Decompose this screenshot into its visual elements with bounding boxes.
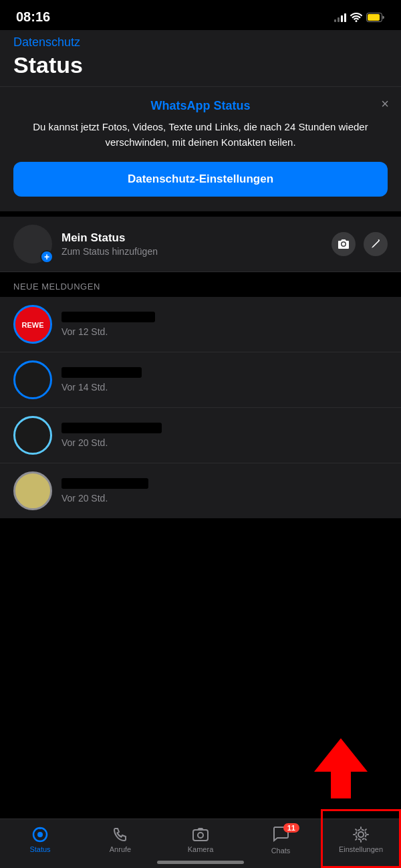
home-indicator [157,861,244,864]
tab-status-label: Status [29,845,50,853]
status-time-1: Vor 12 Std. [61,326,388,337]
svg-point-11 [356,830,366,840]
red-arrow-indicator [314,738,368,801]
mein-status-avatar-container: + [13,225,52,263]
banner-title: WhatsApp Status [13,99,388,113]
camera-tab-icon [192,826,209,843]
back-button[interactable]: Datenschutz [13,35,388,49]
tab-einstellungen[interactable]: Einstellungen [321,826,401,853]
privacy-settings-button[interactable]: Datenschutz-Einstellungen [13,162,388,197]
status-name-bar-2 [61,367,142,378]
status-time: 08:16 [16,9,50,25]
tab-einstellungen-label: Einstellungen [339,845,383,853]
mein-status-subtitle: Zum Status hinzufügen [61,246,322,257]
status-item[interactable]: Vor 20 Std. [0,463,401,518]
pencil-icon [370,239,381,249]
tab-chats[interactable]: 11 Chats [241,825,321,855]
whatsapp-status-banner: WhatsApp Status × Du kannst jetzt Fotos,… [0,87,401,211]
banner-body-text: Du kannst jetzt Fotos, Videos, Texte und… [13,120,388,150]
camera-button[interactable] [331,232,356,256]
status-time-3: Vor 20 Std. [61,437,388,448]
banner-close-button[interactable]: × [381,96,389,112]
neue-meldungen-header: NEUE MELDUNGEN [0,272,401,297]
status-time-4: Vor 20 Std. [61,493,388,504]
svg-point-7 [39,827,41,829]
tab-kamera-label: Kamera [188,845,214,853]
phone-icon [112,826,129,843]
svg-text:REWE: REWE [22,321,44,329]
signal-icon [334,13,346,22]
tab-chats-label: Chats [271,847,291,855]
status-avatar-3 [13,416,52,455]
svg-point-9 [198,833,203,838]
status-info-3: Vor 20 Std. [61,423,388,448]
status-time-2: Vor 14 Std. [61,382,388,393]
edit-button[interactable] [364,232,388,256]
mein-status-add-icon: + [40,250,53,263]
status-icons [334,13,385,22]
mein-status-row[interactable]: + Mein Status Zum Status hinzufügen [0,217,401,272]
camera-icon [338,239,350,249]
tab-anrufe-label: Anrufe [110,845,131,853]
status-tab-icon [31,826,49,843]
status-name-bar-1 [61,312,155,322]
status-item[interactable]: REWE Vor 12 Std. [0,297,401,352]
separator-1 [0,211,401,217]
svg-rect-1 [368,14,380,21]
mein-status-name: Mein Status [61,231,322,245]
page-title: Status [13,52,83,78]
status-bar: 08:16 [0,0,401,30]
status-info-4: Vor 20 Std. [61,478,388,504]
svg-marker-4 [314,738,368,798]
status-item[interactable]: Vor 14 Std. [0,352,401,408]
chats-badge: 11 [283,823,299,833]
battery-icon [366,13,385,22]
svg-point-10 [358,832,364,837]
rewe-avatar: REWE [15,307,50,342]
status-avatar-1: REWE [13,305,52,344]
header: Datenschutz Status [0,30,401,86]
mein-status-actions [331,232,388,256]
status-list: REWE Vor 12 Std. Vor 14 Std. Vor 20 Std.… [0,297,401,518]
status-item[interactable]: Vor 20 Std. [0,408,401,463]
mein-status-info: Mein Status Zum Status hinzufügen [61,231,322,257]
tab-kamera[interactable]: Kamera [160,826,241,853]
wifi-icon [350,13,362,22]
status-name-bar-3 [61,423,162,433]
svg-point-6 [37,832,43,837]
status-info-1: Vor 12 Std. [61,312,388,337]
status-avatar-4 [13,471,52,510]
tab-anrufe[interactable]: Anrufe [80,826,160,853]
settings-icon [352,826,370,843]
tab-status[interactable]: Status [0,826,80,853]
status-avatar-2 [13,360,52,399]
status-info-2: Vor 14 Std. [61,367,388,393]
svg-rect-8 [193,830,208,841]
status-name-bar-4 [61,478,148,489]
